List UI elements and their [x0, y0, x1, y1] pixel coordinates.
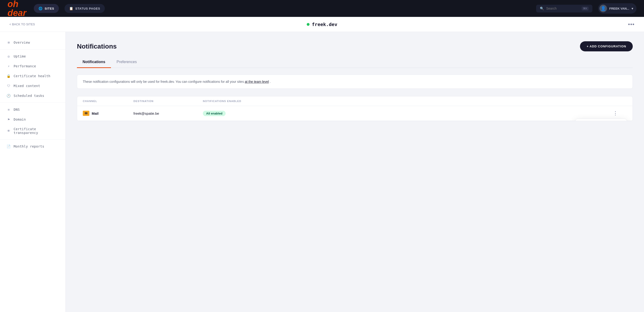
top-navigation: oh dear 🌐 SITES 📋 STATUS PAGES 🔍 ⌘K 👤 FR… [0, 0, 644, 17]
add-configuration-button[interactable]: + ADD CONFIGURATION [580, 41, 633, 51]
sidebar-item-certificate-health[interactable]: 🔒 Certificate health [0, 71, 66, 81]
channel-name: Mail [92, 112, 98, 116]
sidebar-divider-1 [0, 49, 66, 50]
site-header: < BACK TO SITES freek.dev ••• [0, 17, 644, 32]
column-header-destination: DESTINATION [134, 100, 199, 102]
sidebar-item-mixed-content[interactable]: 🛡 Mixed content [0, 81, 66, 91]
column-header-actions [613, 100, 627, 102]
sidebar-divider-3 [0, 139, 66, 140]
status-pages-icon: 📋 [69, 6, 74, 10]
mail-icon: ✉ [83, 111, 89, 116]
sites-nav-button[interactable]: 🌐 SITES [34, 4, 59, 13]
search-icon: 🔍 [540, 6, 544, 10]
sidebar-item-domain[interactable]: ⚑ Domain [0, 114, 66, 124]
search-input[interactable] [546, 6, 579, 10]
chevron-down-icon: ▾ [632, 7, 633, 10]
channel-cell: ✉ Mail [83, 111, 130, 116]
sidebar-item-scheduled-tasks[interactable]: 🕐 Scheduled tasks [0, 91, 66, 101]
sidebar-item-certificate-transparency[interactable]: 👁 Certificate transparency [0, 124, 66, 138]
certificate-transparency-icon: 👁 [6, 129, 11, 133]
team-level-link[interactable]: at the team level [245, 80, 269, 84]
user-name: FREEK VAN... [609, 7, 629, 10]
tabs: Notifications Preferences [77, 57, 633, 68]
back-to-sites-link[interactable]: < BACK TO SITES [10, 22, 35, 26]
main-panel: Notifications + ADD CONFIGURATION Notifi… [66, 32, 644, 312]
site-title: freek.dev [307, 22, 337, 27]
dropdown-item-edit[interactable]: ✎ Edit [576, 119, 627, 121]
notifications-table: CHANNEL DESTINATION NOTIFICATIONS ENABLE… [77, 96, 633, 121]
status-dot [307, 23, 310, 26]
search-shortcut: ⌘K [582, 6, 589, 10]
status-pages-nav-button[interactable]: 📋 STATUS PAGES [64, 4, 105, 13]
dropdown-menu: ✎ Edit 🔔 Send test notification ⊘ Delete [575, 119, 627, 121]
dns-icon: ≡ [6, 108, 11, 112]
user-menu[interactable]: 👤 FREEK VAN... ▾ [598, 3, 636, 14]
tab-preferences[interactable]: Preferences [111, 57, 142, 68]
globe-icon: 🌐 [38, 6, 43, 10]
destination-cell: freek@spatie.be [134, 112, 199, 116]
table-row: ✉ Mail freek@spatie.be All enabled ⋮ ✎ [77, 106, 632, 121]
row-actions-cell: ⋮ [613, 110, 627, 116]
monthly-reports-icon: 📄 [6, 144, 11, 148]
column-header-notifications-enabled: NOTIFICATIONS ENABLED [203, 100, 609, 102]
certificate-health-icon: 🔒 [6, 74, 11, 78]
sidebar-item-overview[interactable]: ⊞ Overview [0, 38, 66, 48]
page-title: Notifications [77, 43, 117, 50]
more-options-button[interactable]: ••• [628, 21, 634, 28]
search-bar: 🔍 ⌘K [536, 5, 592, 12]
sidebar-item-monthly-reports[interactable]: 📄 Monthly reports [0, 142, 66, 151]
row-actions-button[interactable]: ⋮ [613, 110, 618, 116]
sidebar: ⊞ Overview ◎ Uptime ⚡ Performance 🔒 Cert… [0, 32, 66, 312]
badge-cell: All enabled [203, 111, 609, 116]
panel-header: Notifications + ADD CONFIGURATION [77, 41, 633, 51]
scheduled-tasks-icon: 🕐 [6, 94, 11, 98]
page: < BACK TO SITES freek.dev ••• ⊞ Overview… [0, 17, 644, 312]
domain-icon: ⚑ [6, 117, 11, 122]
table-header: CHANNEL DESTINATION NOTIFICATIONS ENABLE… [77, 96, 632, 106]
tab-notifications[interactable]: Notifications [77, 57, 111, 68]
sidebar-item-performance[interactable]: ⚡ Performance [0, 61, 66, 71]
status-badge: All enabled [203, 111, 226, 116]
column-header-channel: CHANNEL [83, 100, 130, 102]
avatar: 👤 [600, 5, 607, 12]
overview-icon: ⊞ [6, 40, 11, 44]
uptime-icon: ◎ [6, 54, 11, 58]
sidebar-item-uptime[interactable]: ◎ Uptime [0, 51, 66, 61]
performance-icon: ⚡ [6, 64, 11, 68]
sidebar-item-dns[interactable]: ≡ DNS [0, 105, 66, 114]
sidebar-divider-2 [0, 102, 66, 103]
brand-logo: oh dear [8, 0, 26, 17]
info-box: These notification configurations will o… [77, 74, 633, 89]
content-area: ⊞ Overview ◎ Uptime ⚡ Performance 🔒 Cert… [0, 32, 644, 312]
mixed-content-icon: 🛡 [6, 84, 11, 88]
